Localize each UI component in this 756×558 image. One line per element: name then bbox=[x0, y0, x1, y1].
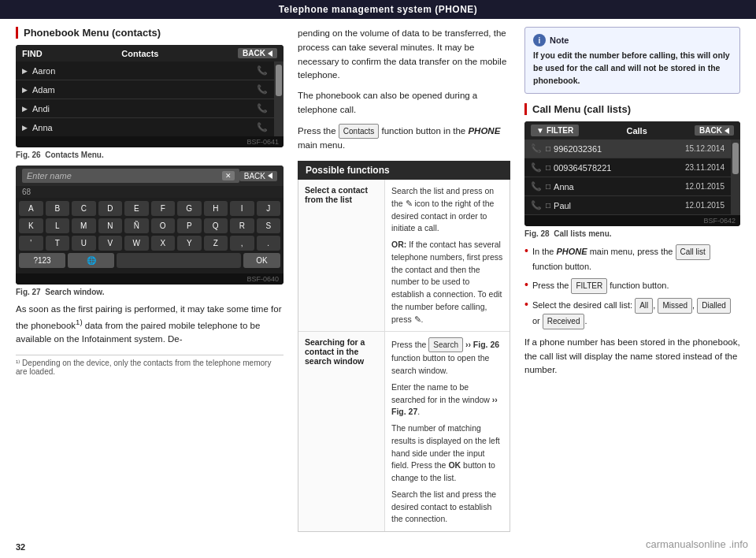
call-icon: 📞 bbox=[531, 200, 542, 210]
search-screen: Enter name ✕ BACK 68 A B C bbox=[16, 166, 284, 285]
keyboard-row-4: ?123 🌐 OK bbox=[19, 253, 280, 268]
key-Ñ[interactable]: Ñ bbox=[124, 218, 149, 233]
call-list-item[interactable]: 📞 □ 009364578221 23.11.2014 bbox=[524, 158, 731, 177]
key-X[interactable]: X bbox=[151, 236, 176, 251]
keyboard: A B C D E F G H I J K L M bbox=[16, 198, 284, 273]
call-scrollbar-thumb bbox=[732, 143, 739, 174]
list-item[interactable]: ▶Adam 📞 bbox=[16, 80, 274, 99]
top-bar: Telephone management system (PHONE) bbox=[0, 0, 756, 19]
call-list: 📞 □ 9962032361 15.12.2014 📞 □ 0093645782… bbox=[524, 140, 731, 215]
left-column: Phonebook Menu (contacts) FIND Contacts … bbox=[16, 27, 284, 532]
key-G[interactable]: G bbox=[177, 201, 202, 216]
key-globe[interactable]: 🌐 bbox=[68, 253, 114, 268]
key-J[interactable]: J bbox=[257, 201, 281, 216]
call-date: 12.01.2015 bbox=[685, 201, 724, 210]
key-R[interactable]: R bbox=[230, 218, 254, 233]
sim-icon: □ bbox=[546, 182, 550, 191]
bullet-dot: • bbox=[524, 244, 528, 258]
search-input[interactable]: Enter name ✕ bbox=[22, 169, 239, 183]
key-Z[interactable]: Z bbox=[204, 236, 228, 251]
key-I[interactable]: I bbox=[230, 201, 254, 216]
filter-badge: FILTER bbox=[571, 278, 607, 294]
pf-label-2: Searching for a contact in the search wi… bbox=[298, 332, 385, 531]
fig27-label: Fig. 27 Search window. bbox=[16, 288, 284, 296]
call-list-item[interactable]: 📞 □ Anna 12.01.2015 bbox=[524, 177, 731, 196]
page-number: 32 bbox=[16, 542, 25, 552]
key-O[interactable]: O bbox=[151, 218, 176, 233]
key-F[interactable]: F bbox=[151, 201, 176, 216]
note-icon: i bbox=[533, 34, 546, 46]
key-comma[interactable]: , bbox=[230, 236, 254, 251]
right-column: i Note If you edit the number before cal… bbox=[524, 27, 740, 532]
call-scrollbar[interactable] bbox=[731, 140, 740, 215]
contacts-list-with-scroll: ▶Aaron 📞 ▶Adam 📞 ▶Andi 📞 ▶Anna bbox=[16, 61, 284, 136]
key-apos[interactable]: ' bbox=[19, 236, 43, 251]
watermark: carmanualsonline .info bbox=[646, 538, 748, 550]
bullet-3: • Select the desired call list: All, Mis… bbox=[524, 298, 740, 329]
call-date: 15.12.2014 bbox=[685, 144, 724, 153]
key-L[interactable]: L bbox=[46, 218, 70, 233]
call-list-with-scroll: 📞 □ 9962032361 15.12.2014 📞 □ 0093645782… bbox=[524, 140, 740, 215]
pf-row-1: Select a contact from the list Search th… bbox=[298, 180, 510, 332]
phonebook-section-header: Phonebook Menu (contacts) bbox=[16, 27, 284, 39]
key-U[interactable]: U bbox=[72, 236, 96, 251]
back-arrow-icon bbox=[724, 128, 729, 134]
key-ok[interactable]: OK bbox=[243, 253, 280, 268]
scrollbar-thumb bbox=[276, 65, 282, 96]
sim-icon: □ bbox=[546, 201, 550, 210]
call-list-item[interactable]: 📞 □ 9962032361 15.12.2014 bbox=[524, 140, 731, 158]
fig28-label: Fig. 28 Call lists menu. bbox=[524, 229, 740, 238]
key-B[interactable]: B bbox=[46, 201, 70, 216]
search-count: 68 bbox=[16, 186, 284, 198]
contacts-topbar: FIND Contacts BACK bbox=[16, 45, 284, 61]
phone-icon: 📞 bbox=[257, 103, 268, 113]
key-N[interactable]: N bbox=[98, 218, 123, 233]
key-C[interactable]: C bbox=[72, 201, 96, 216]
search-badge: Search bbox=[428, 337, 463, 352]
scrollbar[interactable] bbox=[274, 61, 284, 136]
key-W[interactable]: W bbox=[124, 236, 149, 251]
call-section-header: Call Menu (call lists) bbox=[524, 103, 740, 115]
bullet-section: • In the PHONE main menu, press the Call… bbox=[524, 244, 740, 329]
key-123[interactable]: ?123 bbox=[19, 253, 65, 268]
search-topbar: Enter name ✕ BACK bbox=[16, 166, 284, 186]
key-dot[interactable]: . bbox=[257, 236, 281, 251]
contacts-list: ▶Aaron 📞 ▶Adam 📞 ▶Andi 📞 ▶Anna bbox=[16, 61, 274, 136]
key-E[interactable]: E bbox=[124, 201, 149, 216]
key-A[interactable]: A bbox=[19, 201, 43, 216]
pf-row-2: Searching for a contact in the search wi… bbox=[298, 332, 510, 531]
call-date: 23.11.2014 bbox=[685, 163, 724, 172]
bullet-dot: • bbox=[524, 298, 528, 311]
call-list-badge: Call list bbox=[676, 244, 710, 260]
key-S[interactable]: S bbox=[257, 218, 281, 233]
clear-button[interactable]: ✕ bbox=[222, 171, 235, 180]
filter-button[interactable]: ▼ FILTER bbox=[531, 125, 579, 136]
sim-icon: □ bbox=[546, 163, 550, 172]
find-label: FIND bbox=[22, 49, 43, 58]
call-list-item[interactable]: 📞 □ Paul 12.01.2015 bbox=[524, 196, 731, 215]
key-P[interactable]: P bbox=[177, 218, 202, 233]
key-K[interactable]: K bbox=[19, 218, 43, 233]
contacts-label: Contacts bbox=[121, 49, 158, 58]
key-space[interactable] bbox=[117, 253, 241, 268]
key-V[interactable]: V bbox=[98, 236, 123, 251]
middle-column: pending on the volume of data to be tran… bbox=[298, 27, 510, 532]
list-item[interactable]: ▶Andi 📞 bbox=[16, 99, 274, 118]
key-T[interactable]: T bbox=[46, 236, 70, 251]
body-text-cont: pending on the volume of data to be tran… bbox=[298, 27, 510, 153]
key-H[interactable]: H bbox=[204, 201, 228, 216]
contacts-back-btn[interactable]: BACK bbox=[238, 48, 277, 58]
phone-italic: PHONE bbox=[468, 126, 500, 136]
list-item[interactable]: ▶Anna 📞 bbox=[16, 118, 274, 136]
bullet-dot: • bbox=[524, 278, 528, 292]
key-M[interactable]: M bbox=[72, 218, 96, 233]
key-Q[interactable]: Q bbox=[204, 218, 228, 233]
search-back-btn[interactable]: BACK bbox=[239, 171, 277, 181]
list-item[interactable]: ▶Aaron 📞 bbox=[16, 61, 274, 80]
key-Y[interactable]: Y bbox=[177, 236, 202, 251]
bullet-2: • Press the FILTER function button. bbox=[524, 278, 740, 294]
dialled-badge: Dialled bbox=[697, 298, 731, 314]
call-back-btn[interactable]: BACK bbox=[695, 125, 734, 136]
key-D[interactable]: D bbox=[98, 201, 123, 216]
possible-functions-section: Possible functions Select a contact from… bbox=[298, 161, 510, 532]
